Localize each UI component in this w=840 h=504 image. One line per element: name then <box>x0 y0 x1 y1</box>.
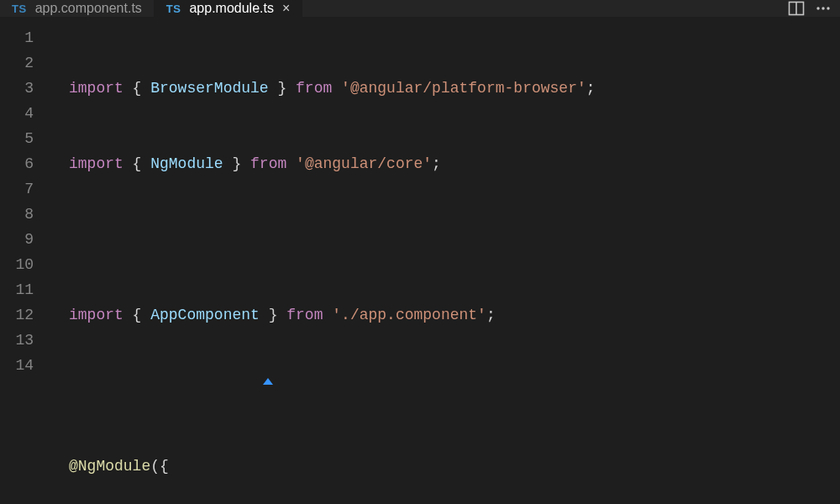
code-editor[interactable]: 1 2 3 4 5 6 7 8 9 10 11 12 13 14 import … <box>0 17 840 504</box>
svg-point-3 <box>822 7 824 9</box>
code-line[interactable] <box>52 378 840 403</box>
code-line[interactable]: @NgModule({ <box>52 454 840 479</box>
caret-indicator-icon <box>263 378 273 385</box>
code-line[interactable] <box>52 227 840 252</box>
typescript-icon: TS <box>166 3 181 15</box>
tab-app-module[interactable]: TS app.module.ts × <box>155 0 302 17</box>
svg-point-4 <box>827 7 829 9</box>
tabbar-spacer <box>302 0 780 17</box>
split-editor-icon[interactable] <box>788 0 805 17</box>
svg-point-2 <box>816 7 819 9</box>
tab-label: app.component.ts <box>35 1 142 16</box>
close-tab-icon[interactable]: × <box>282 1 290 16</box>
editor-window: TS app.component.ts TS app.module.ts × 1… <box>0 0 840 504</box>
code-line[interactable]: import { NgModule } from '@angular/core'… <box>52 151 840 176</box>
tabbar-actions <box>780 0 840 17</box>
code-line[interactable]: import { BrowserModule } from '@angular/… <box>52 76 840 101</box>
line-number-gutter: 1 2 3 4 5 6 7 8 9 10 11 12 13 14 <box>0 17 52 504</box>
more-actions-icon[interactable] <box>815 0 832 17</box>
code-content[interactable]: import { BrowserModule } from '@angular/… <box>52 17 840 504</box>
typescript-icon: TS <box>12 3 27 15</box>
tab-label: app.module.ts <box>189 1 274 16</box>
tab-bar: TS app.component.ts TS app.module.ts × <box>0 0 840 17</box>
tab-app-component[interactable]: TS app.component.ts <box>0 0 155 17</box>
code-line[interactable]: import { AppComponent } from './app.comp… <box>52 302 840 328</box>
